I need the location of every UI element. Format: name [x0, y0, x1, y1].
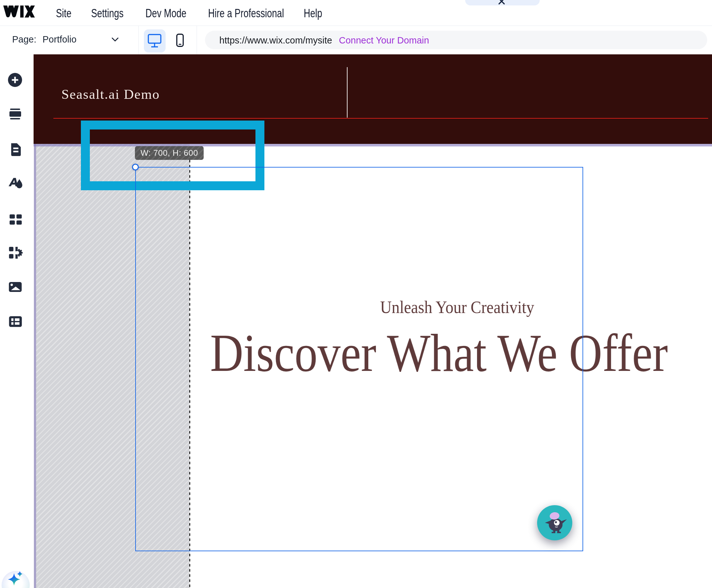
app-market-icon[interactable]	[8, 247, 22, 260]
site-url[interactable]: https://www.wix.com/mysite	[219, 35, 332, 46]
selection-bounding-box[interactable]	[135, 167, 583, 551]
toolbar-separator	[196, 26, 197, 54]
editor-toolbar: Page: Portfolio https://www.wix.com/mysi…	[0, 26, 712, 54]
menu-settings[interactable]: Settings	[91, 7, 123, 20]
add-apps-icon[interactable]	[8, 212, 22, 226]
add-elements-icon[interactable]	[8, 73, 22, 87]
media-icon[interactable]	[8, 282, 22, 296]
menu-dev-mode[interactable]: Dev Mode	[145, 7, 186, 20]
site-title[interactable]: Seasalt.ai Demo	[61, 86, 160, 102]
site-url-bar: https://www.wix.com/mysite Connect Your …	[205, 31, 707, 49]
connect-your-domain-link[interactable]: Connect Your Domain	[339, 35, 429, 46]
top-menu-bar: WIX Site Settings Dev Mode Hire a Profes…	[0, 0, 712, 26]
page-label: Page:	[12, 34, 37, 45]
header-accent-line	[54, 118, 708, 119]
size-tooltip: W: 700, H: 600	[135, 146, 204, 160]
dismissed-popup	[465, 0, 540, 5]
menu-site[interactable]: Site	[56, 7, 71, 20]
chat-monster-icon	[537, 505, 572, 540]
desktop-view-button[interactable]	[144, 29, 166, 52]
wix-logo-icon	[0, 0, 38, 23]
editor-left-sidebar	[0, 54, 34, 588]
pages-icon[interactable]	[8, 143, 22, 157]
menu-hire-a-professional[interactable]: Hire a Professional	[208, 7, 284, 20]
content-manager-icon[interactable]	[8, 317, 22, 331]
section-left-edge-indicator	[34, 144, 36, 588]
close-icon[interactable]	[465, 0, 540, 5]
add-section-icon[interactable]	[8, 107, 22, 121]
desktop-icon	[144, 29, 166, 52]
toolbar-separator	[139, 26, 139, 54]
ai-assistant-button[interactable]	[2, 571, 30, 588]
page-selector[interactable]: Portfolio	[43, 34, 77, 45]
ai-sparkles-icon	[2, 571, 30, 588]
site-canvas: Seasalt.ai Demo Unleash Your Creativity …	[34, 54, 712, 588]
wix-logo[interactable]: WIX	[0, 0, 38, 23]
mobile-view-button[interactable]	[176, 34, 184, 47]
chat-widget-button[interactable]	[537, 505, 572, 540]
selection-resize-handle[interactable]	[132, 164, 139, 170]
site-design-icon[interactable]	[8, 177, 22, 191]
chevron-down-icon[interactable]	[111, 37, 119, 42]
header-menu-divider	[347, 67, 348, 118]
menu-help[interactable]: Help	[304, 7, 322, 20]
